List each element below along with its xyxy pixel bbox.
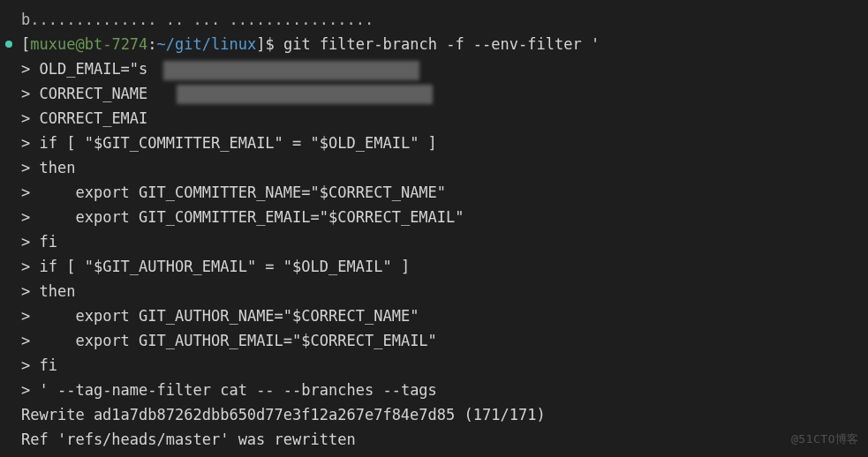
terminal-continuation-line: > then [0, 279, 868, 303]
terminal-continuation-line: > CORRECT_NAME [0, 81, 868, 106]
terminal-continuation-line: > export GIT_COMMITTER_EMAIL="$CORRECT_E… [0, 205, 868, 229]
terminal-continuation-line: > then [0, 155, 868, 180]
terminal-continuation-line: > export GIT_AUTHOR_EMAIL="$CORRECT_EMAI… [0, 328, 868, 353]
terminal-continuation-line: > export GIT_COMMITTER_NAME="$CORRECT_NA… [0, 180, 868, 205]
terminal-output-line: Rewrite ad1a7db87262dbb650d77e3f12a267e7… [0, 402, 868, 427]
terminal-continuation-line: > if [ "$GIT_AUTHOR_EMAIL" = "$OLD_EMAIL… [0, 254, 868, 279]
prompt-host: bt-7274 [85, 35, 148, 53]
redacted-region [177, 85, 433, 104]
watermark-text: @51CTO博客 [791, 427, 859, 452]
terminal-continuation-line: > fi [0, 353, 868, 378]
terminal-partial-top: b.............. .. ... ................ [0, 7, 868, 32]
terminal-continuation-line: > ' --tag-name-filter cat -- --branches … [0, 378, 868, 402]
terminal-output-line: Ref 'refs/heads/master' was rewritten [0, 427, 868, 452]
terminal-continuation-line: > OLD_EMAIL="s [0, 56, 868, 81]
prompt-user: muxue [30, 35, 75, 53]
prompt-at: @ [75, 35, 84, 53]
prompt-symbol: $ [265, 35, 274, 53]
redacted-region [163, 61, 419, 80]
terminal-continuation-line: > fi [0, 229, 868, 254]
prompt-path: ~/git/linux [157, 35, 257, 53]
terminal-prompt-line[interactable]: [muxue@bt-7274:~/git/linux]$ git filter-… [0, 32, 868, 56]
command-text: git filter-branch -f --env-filter ' [283, 35, 600, 53]
terminal-continuation-line: > export GIT_AUTHOR_NAME="$CORRECT_NAME" [0, 303, 868, 328]
terminal-continuation-line: > if [ "$GIT_COMMITTER_EMAIL" = "$OLD_EM… [0, 131, 868, 155]
terminal-continuation-line: > CORRECT_EMAI [0, 106, 868, 131]
